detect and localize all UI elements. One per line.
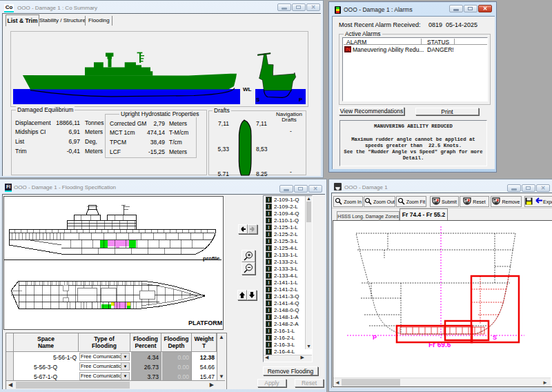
svg-text:P: P bbox=[373, 334, 377, 341]
svg-text:S: S bbox=[493, 334, 497, 341]
